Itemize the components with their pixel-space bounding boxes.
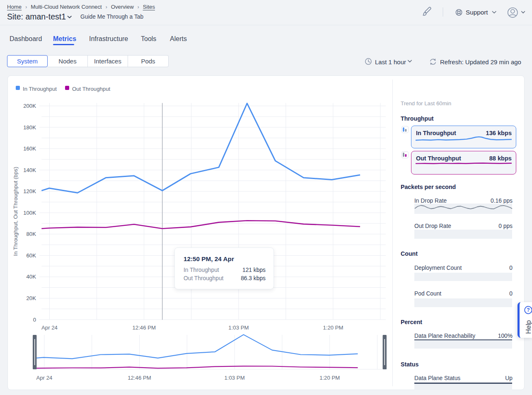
svg-text:Support: Support	[466, 9, 488, 16]
svg-text:?: ?	[527, 307, 530, 313]
